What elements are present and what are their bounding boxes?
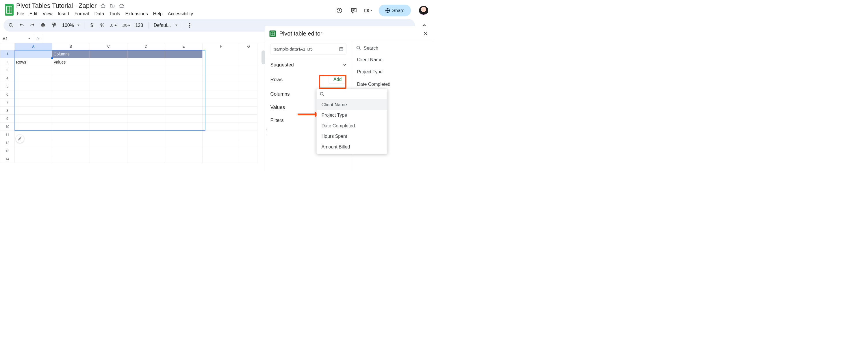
cell[interactable]: Columns — [52, 50, 90, 58]
fx-icon[interactable]: fx — [33, 34, 43, 43]
decrease-decimal-icon[interactable]: .0 — [110, 21, 117, 29]
row-header[interactable]: 11 — [0, 131, 14, 139]
move-icon[interactable] — [109, 3, 115, 9]
print-icon[interactable] — [40, 21, 46, 29]
svg-point-12 — [357, 46, 360, 49]
row-header[interactable]: 10 — [0, 123, 14, 131]
search-icon — [356, 45, 361, 51]
globe-icon — [385, 8, 390, 13]
svg-rect-0 — [365, 9, 368, 12]
paint-format-icon[interactable] — [51, 21, 57, 29]
zoom-dropdown[interactable]: 100% — [61, 21, 80, 29]
column-header[interactable]: D — [127, 43, 165, 50]
format-more-number[interactable]: 123 — [134, 21, 144, 29]
search-icon[interactable] — [8, 21, 14, 29]
row-header[interactable]: 4 — [0, 74, 14, 82]
dropdown-item[interactable]: Amount Billed — [317, 142, 388, 152]
close-icon[interactable] — [423, 30, 429, 37]
drag-handle-icon[interactable]: ⋮⋮ — [265, 126, 268, 137]
add-field-dropdown: Client Name Project Type Date Completed … — [317, 89, 388, 154]
svg-point-7 — [189, 23, 190, 24]
column-header[interactable]: B — [52, 43, 90, 50]
grid-select-icon — [339, 47, 344, 52]
font-dropdown[interactable]: Defaul... — [153, 21, 178, 29]
row-header[interactable]: 5 — [0, 82, 14, 90]
row-header[interactable]: 7 — [0, 98, 14, 106]
cell[interactable]: Rows — [14, 58, 52, 66]
menu-file[interactable]: File — [17, 11, 24, 17]
row-header[interactable]: 13 — [0, 147, 14, 155]
dropdown-item[interactable]: Client Name — [317, 99, 388, 110]
row-header[interactable]: 3 — [0, 66, 14, 74]
menu-view[interactable]: View — [42, 11, 52, 17]
field-search[interactable]: Search — [352, 42, 434, 54]
add-rows-button[interactable]: Add — [329, 75, 346, 84]
redo-icon[interactable] — [29, 21, 35, 29]
row-header[interactable]: 6 — [0, 90, 14, 98]
row-header[interactable]: 2 — [0, 58, 14, 66]
row-header[interactable]: 8 — [0, 106, 14, 115]
field-list-item[interactable]: Project Type — [352, 66, 434, 78]
dropdown-item[interactable]: Project Type — [317, 110, 388, 121]
history-icon[interactable] — [335, 6, 343, 14]
menu-edit[interactable]: Edit — [29, 11, 37, 17]
cell[interactable]: Values — [52, 58, 90, 66]
row-header[interactable]: 12 — [0, 139, 14, 147]
svg-point-8 — [189, 25, 190, 26]
search-placeholder: Search — [364, 45, 378, 51]
column-header[interactable]: A — [14, 43, 52, 50]
meet-icon[interactable] — [364, 6, 372, 14]
menu-help[interactable]: Help — [153, 11, 163, 17]
document-title[interactable]: Pivot Tables Tutorial - Zapier — [16, 2, 96, 9]
pivot-editor-panel: Pivot table editor 'sample-data'!A1:I35 … — [265, 26, 434, 171]
undo-icon[interactable] — [19, 21, 25, 29]
row-header[interactable]: 1 — [0, 50, 14, 58]
menu-insert[interactable]: Insert — [58, 11, 69, 17]
name-box[interactable]: A1 — [0, 34, 33, 43]
menu-format[interactable]: Format — [74, 11, 89, 17]
menu-accessibility[interactable]: Accessibility — [168, 11, 193, 17]
suggested-section[interactable]: Suggested — [269, 58, 348, 72]
svg-point-11 — [320, 92, 323, 95]
formula-bar[interactable] — [43, 34, 265, 43]
data-range-input[interactable]: 'sample-data'!A1:I35 — [271, 43, 347, 55]
app-header: Pivot Tables Tutorial - Zapier File Edit… — [0, 0, 434, 19]
svg-rect-10 — [340, 48, 343, 51]
svg-rect-4 — [42, 23, 44, 25]
column-header[interactable]: E — [165, 43, 202, 50]
format-percent[interactable]: % — [99, 21, 105, 29]
svg-point-2 — [9, 23, 12, 26]
menu-bar: File Edit View Insert Format Data Tools … — [15, 10, 335, 19]
svg-rect-6 — [52, 23, 55, 25]
comments-icon[interactable] — [350, 6, 358, 14]
column-header[interactable]: C — [90, 43, 127, 50]
sheets-mini-icon — [270, 30, 276, 37]
svg-point-9 — [189, 27, 190, 28]
format-currency[interactable]: $ — [88, 21, 95, 29]
menu-data[interactable]: Data — [94, 11, 104, 17]
share-label: Share — [392, 8, 405, 13]
account-avatar[interactable] — [419, 6, 428, 15]
column-header[interactable]: F — [202, 43, 240, 50]
column-header[interactable]: G — [240, 43, 257, 50]
menu-extensions[interactable]: Extensions — [125, 11, 148, 17]
row-header[interactable]: 14 — [0, 155, 14, 163]
dropdown-search[interactable] — [317, 89, 388, 99]
rows-section: Rows Add — [269, 71, 348, 88]
share-button[interactable]: Share — [378, 5, 411, 17]
star-icon[interactable] — [100, 3, 106, 9]
menu-tools[interactable]: Tools — [109, 11, 120, 17]
dropdown-item[interactable]: Date Completed — [317, 120, 388, 131]
increase-decimal-icon[interactable]: .00 — [122, 21, 130, 29]
cloud-status-icon[interactable] — [119, 3, 124, 9]
row-header[interactable]: 9 — [0, 115, 14, 123]
more-tools-icon[interactable] — [187, 21, 193, 29]
edit-fab[interactable] — [16, 135, 24, 143]
panel-title: Pivot table editor — [279, 30, 419, 37]
select-all-corner[interactable] — [0, 43, 14, 50]
field-list-item[interactable]: Client Name — [352, 54, 434, 66]
spreadsheet-grid[interactable]: A B C D E F G 1Columns 2RowsValues 3 4 5… — [0, 43, 257, 166]
sheets-logo[interactable] — [3, 1, 15, 15]
dropdown-item[interactable]: Hours Spent — [317, 131, 388, 142]
chevron-down-icon — [343, 63, 346, 66]
